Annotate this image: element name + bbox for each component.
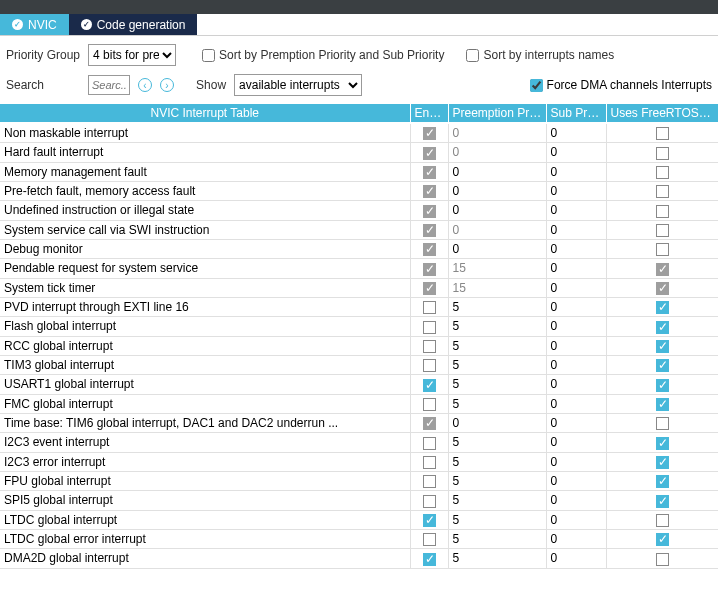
cell-preempt[interactable]: 5 bbox=[448, 471, 546, 490]
cell-enabled[interactable] bbox=[410, 549, 448, 568]
cell-sub[interactable]: 0 bbox=[546, 181, 606, 200]
checkbox-icon[interactable] bbox=[656, 321, 669, 334]
checkbox-icon[interactable] bbox=[656, 495, 669, 508]
table-row[interactable]: SPI5 global interrupt50 bbox=[0, 491, 718, 510]
table-row[interactable]: Pre-fetch fault, memory access fault00 bbox=[0, 181, 718, 200]
table-row[interactable]: I2C3 event interrupt50 bbox=[0, 433, 718, 452]
col-header-enabled[interactable]: Enabl... bbox=[410, 104, 448, 123]
cell-sub[interactable]: 0 bbox=[546, 162, 606, 181]
cell-freertos[interactable] bbox=[606, 181, 718, 200]
cell-preempt[interactable]: 5 bbox=[448, 433, 546, 452]
show-select[interactable]: available interrupts bbox=[234, 74, 362, 96]
table-row[interactable]: Debug monitor00 bbox=[0, 239, 718, 258]
checkbox-icon[interactable] bbox=[423, 205, 436, 218]
checkbox-icon[interactable] bbox=[423, 553, 436, 566]
cell-enabled[interactable] bbox=[410, 491, 448, 510]
cell-enabled[interactable] bbox=[410, 355, 448, 374]
checkbox-icon[interactable] bbox=[656, 398, 669, 411]
checkbox-icon[interactable] bbox=[423, 398, 436, 411]
cell-sub[interactable]: 0 bbox=[546, 529, 606, 548]
checkbox-icon[interactable] bbox=[656, 456, 669, 469]
checkbox-icon[interactable] bbox=[423, 495, 436, 508]
search-next-icon[interactable]: › bbox=[160, 78, 174, 92]
cell-sub[interactable]: 0 bbox=[546, 201, 606, 220]
cell-freertos[interactable] bbox=[606, 413, 718, 432]
checkbox-icon[interactable] bbox=[656, 475, 669, 488]
cell-preempt[interactable]: 5 bbox=[448, 394, 546, 413]
checkbox-icon[interactable] bbox=[423, 514, 436, 527]
cell-preempt[interactable]: 0 bbox=[448, 220, 546, 239]
table-row[interactable]: FMC global interrupt50 bbox=[0, 394, 718, 413]
tab-code-generation[interactable]: ✓ Code generation bbox=[69, 14, 198, 35]
cell-preempt[interactable]: 0 bbox=[448, 413, 546, 432]
cell-enabled[interactable] bbox=[410, 452, 448, 471]
checkbox-icon[interactable] bbox=[423, 263, 436, 276]
cell-sub[interactable]: 0 bbox=[546, 452, 606, 471]
cell-freertos[interactable] bbox=[606, 355, 718, 374]
cell-sub[interactable]: 0 bbox=[546, 355, 606, 374]
col-header-freertos[interactable]: Uses FreeRTOS fun... bbox=[606, 104, 718, 123]
cell-freertos[interactable] bbox=[606, 452, 718, 471]
cell-freertos[interactable] bbox=[606, 394, 718, 413]
cell-freertos[interactable] bbox=[606, 317, 718, 336]
cell-enabled[interactable] bbox=[410, 471, 448, 490]
cell-preempt[interactable]: 0 bbox=[448, 181, 546, 200]
cell-enabled[interactable] bbox=[410, 297, 448, 316]
checkbox-icon[interactable] bbox=[656, 205, 669, 218]
table-row[interactable]: Non maskable interrupt00 bbox=[0, 123, 718, 143]
cell-preempt[interactable]: 5 bbox=[448, 317, 546, 336]
cell-sub[interactable]: 0 bbox=[546, 317, 606, 336]
checkbox-icon[interactable] bbox=[423, 456, 436, 469]
cell-preempt[interactable]: 5 bbox=[448, 491, 546, 510]
table-row[interactable]: System service call via SWI instruction0… bbox=[0, 220, 718, 239]
checkbox-icon[interactable] bbox=[423, 359, 436, 372]
cell-enabled[interactable] bbox=[410, 375, 448, 394]
table-row[interactable]: RCC global interrupt50 bbox=[0, 336, 718, 355]
cell-preempt[interactable]: 5 bbox=[448, 510, 546, 529]
cell-freertos[interactable] bbox=[606, 549, 718, 568]
cell-freertos[interactable] bbox=[606, 239, 718, 258]
cell-freertos[interactable] bbox=[606, 375, 718, 394]
cell-freertos[interactable] bbox=[606, 201, 718, 220]
checkbox-icon[interactable] bbox=[423, 185, 436, 198]
sort-names-checkbox[interactable]: Sort by interrupts names bbox=[466, 48, 614, 62]
cell-sub[interactable]: 0 bbox=[546, 413, 606, 432]
cell-freertos[interactable] bbox=[606, 471, 718, 490]
cell-freertos[interactable] bbox=[606, 297, 718, 316]
cell-enabled[interactable] bbox=[410, 239, 448, 258]
cell-sub[interactable]: 0 bbox=[546, 239, 606, 258]
checkbox-icon[interactable] bbox=[423, 166, 436, 179]
cell-enabled[interactable] bbox=[410, 510, 448, 529]
table-row[interactable]: Pendable request for system service150 bbox=[0, 259, 718, 278]
cell-freertos[interactable] bbox=[606, 278, 718, 297]
checkbox-icon[interactable] bbox=[423, 301, 436, 314]
cell-enabled[interactable] bbox=[410, 394, 448, 413]
cell-freertos[interactable] bbox=[606, 162, 718, 181]
cell-preempt[interactable]: 0 bbox=[448, 123, 546, 143]
search-prev-icon[interactable]: ‹ bbox=[138, 78, 152, 92]
checkbox-icon[interactable] bbox=[656, 127, 669, 140]
cell-sub[interactable]: 0 bbox=[546, 491, 606, 510]
cell-freertos[interactable] bbox=[606, 433, 718, 452]
checkbox-icon[interactable] bbox=[423, 127, 436, 140]
checkbox-icon[interactable] bbox=[656, 243, 669, 256]
table-row[interactable]: TIM3 global interrupt50 bbox=[0, 355, 718, 374]
cell-sub[interactable]: 0 bbox=[546, 259, 606, 278]
cell-freertos[interactable] bbox=[606, 529, 718, 548]
cell-preempt[interactable]: 0 bbox=[448, 162, 546, 181]
checkbox-icon[interactable] bbox=[423, 417, 436, 430]
table-row[interactable]: System tick timer150 bbox=[0, 278, 718, 297]
cell-sub[interactable]: 0 bbox=[546, 375, 606, 394]
checkbox-icon[interactable] bbox=[656, 437, 669, 450]
cell-enabled[interactable] bbox=[410, 143, 448, 162]
checkbox-icon[interactable] bbox=[423, 340, 436, 353]
cell-preempt[interactable]: 0 bbox=[448, 143, 546, 162]
table-row[interactable]: LTDC global interrupt50 bbox=[0, 510, 718, 529]
cell-preempt[interactable]: 5 bbox=[448, 355, 546, 374]
search-input[interactable] bbox=[88, 75, 130, 95]
checkbox-icon[interactable] bbox=[423, 243, 436, 256]
cell-sub[interactable]: 0 bbox=[546, 394, 606, 413]
checkbox-icon[interactable] bbox=[423, 321, 436, 334]
cell-preempt[interactable]: 15 bbox=[448, 259, 546, 278]
checkbox-icon[interactable] bbox=[656, 340, 669, 353]
